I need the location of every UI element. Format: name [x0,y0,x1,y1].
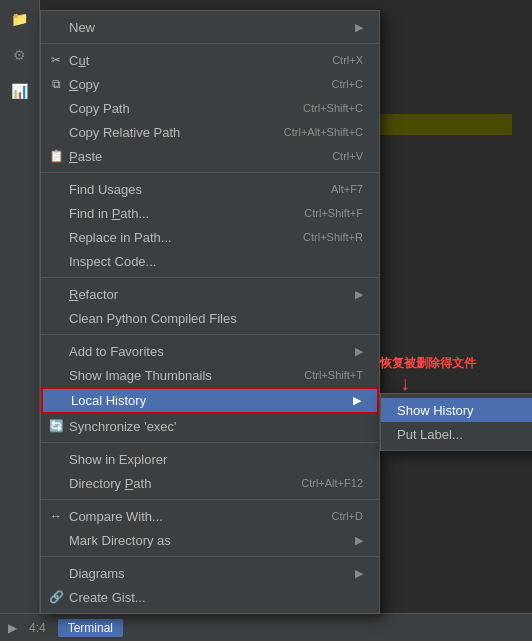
separator-1 [41,43,379,44]
gist-icon: 🔗 [47,588,65,606]
menu-item-clean-python[interactable]: Clean Python Compiled Files [41,306,379,330]
local-history-submenu: Show History Put Label... [380,393,532,451]
favorites-arrow: ▶ [355,345,363,358]
position-indicator: 4:4 [29,621,46,635]
menu-item-compare-with[interactable]: ↔ Compare With... Ctrl+D [41,504,379,528]
run-icon: ▶ [8,621,17,635]
terminal-tab[interactable]: Terminal [58,619,123,637]
refactor-arrow: ▶ [355,288,363,301]
menu-item-create-gist[interactable]: 🔗 Create Gist... [41,585,379,609]
menu-item-synchronize[interactable]: 🔄 Synchronize 'exec' [41,414,379,438]
menu-item-cut[interactable]: ✂ Cut Ctrl+X [41,48,379,72]
submenu-item-show-history[interactable]: Show History [381,398,532,422]
menu-item-find-in-path[interactable]: Find in Path... Ctrl+Shift+F [41,201,379,225]
separator-4 [41,334,379,335]
menu-item-replace-in-path[interactable]: Replace in Path... Ctrl+Shift+R [41,225,379,249]
sync-icon: 🔄 [47,417,65,435]
paste-icon: 📋 [47,147,65,165]
menu-item-copy[interactable]: ⧉ Copy Ctrl+C [41,72,379,96]
cut-icon: ✂ [47,51,65,69]
annotation-arrow-icon: ↓ [400,372,410,395]
run-button[interactable]: ▶ [8,621,17,635]
sidebar-icon-chart[interactable]: 📊 [6,77,34,105]
menu-item-copy-path[interactable]: Copy Path Ctrl+Shift+C [41,96,379,120]
sidebar-icon-folder[interactable]: 📁 [6,5,34,33]
menu-item-directory-path[interactable]: Directory Path Ctrl+Alt+F12 [41,471,379,495]
sidebar-icon-structure[interactable]: ⚙ [6,41,34,69]
menu-item-local-history[interactable]: Local History ▶ [41,387,379,414]
submenu-arrow: ▶ [355,21,363,34]
annotation: 恢复被删除得文件 ↓ [380,355,476,395]
menu-item-inspect-code[interactable]: Inspect Code... [41,249,379,273]
bottom-bar: ▶ 4:4 Terminal [0,613,532,641]
local-history-arrow: ▶ [353,394,361,407]
menu-item-show-image[interactable]: Show Image Thumbnails Ctrl+Shift+T [41,363,379,387]
separator-3 [41,277,379,278]
menu-item-mark-directory[interactable]: Mark Directory as ▶ [41,528,379,552]
menu-item-new[interactable]: New ▶ [41,15,379,39]
separator-5 [41,442,379,443]
menu-item-show-explorer[interactable]: Show in Explorer [41,447,379,471]
menu-item-refactor[interactable]: Refactor ▶ [41,282,379,306]
separator-7 [41,556,379,557]
separator-6 [41,499,379,500]
menu-item-diagrams[interactable]: Diagrams ▶ [41,561,379,585]
diagrams-arrow: ▶ [355,567,363,580]
menu-item-find-usages[interactable]: Find Usages Alt+F7 [41,177,379,201]
mark-dir-arrow: ▶ [355,534,363,547]
menu-item-add-favorites[interactable]: Add to Favorites ▶ [41,339,379,363]
menu-item-copy-relative-path[interactable]: Copy Relative Path Ctrl+Alt+Shift+C [41,120,379,144]
submenu-item-put-label[interactable]: Put Label... [381,422,532,446]
separator-2 [41,172,379,173]
left-sidebar: 📁 ⚙ 📊 [0,0,40,641]
compare-icon: ↔ [47,507,65,525]
menu-item-paste[interactable]: 📋 Paste Ctrl+V [41,144,379,168]
context-menu: New ▶ ✂ Cut Ctrl+X ⧉ Copy Ctrl+C Copy Pa… [40,10,380,614]
copy-icon: ⧉ [47,75,65,93]
